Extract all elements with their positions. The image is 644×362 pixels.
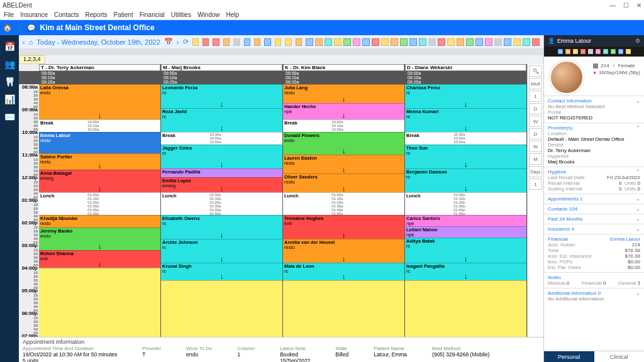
appointment[interactable]: Break10:00a10:10a10:20a (39, 119, 160, 132)
tb-icon[interactable] (532, 38, 540, 46)
appointment[interactable]: Lunch01:00p01:10p01:20p01:30p01:40p01:50… (283, 192, 404, 215)
appointment[interactable]: Meena Kumarirc↓ (405, 108, 526, 132)
tb-icon[interactable] (447, 38, 455, 46)
view-1-button[interactable]: 1 (529, 90, 542, 102)
tb-icon[interactable] (315, 38, 323, 46)
tb-icon[interactable] (523, 38, 530, 46)
provider-header-D[interactable]: D - Diane Wekarski (405, 64, 526, 71)
tb-icon[interactable] (381, 38, 389, 46)
appointment[interactable]: Reza Javidrc↓ (161, 108, 282, 132)
menu-file[interactable]: File (4, 11, 14, 18)
appointment[interactable]: Anna Babagalemerg↓ (39, 170, 160, 192)
chevron-down-icon[interactable]: ⌄ (636, 290, 640, 296)
contact-hdr[interactable]: Contact Information (548, 98, 592, 104)
menu-help[interactable]: Help (226, 11, 240, 18)
chevron-up-icon[interactable]: ⌃ (636, 125, 640, 131)
tb-icon[interactable] (513, 38, 521, 46)
appointment[interactable]: Carlos Santoronpe (405, 215, 526, 226)
view-w-button[interactable]: W (529, 116, 542, 127)
toolbar-icon[interactable] (275, 38, 281, 46)
tb-icon[interactable] (466, 38, 474, 46)
user-icon[interactable]: 👤 (14, 24, 25, 32)
appointment[interactable]: Leonardo Forzarc↓ (161, 84, 282, 108)
provider-header-M[interactable]: M - Marj Brooks (161, 64, 282, 71)
tb-icon[interactable] (494, 38, 502, 46)
addl-lbl[interactable]: Additional Information (548, 290, 596, 296)
tb-icon[interactable] (409, 38, 417, 46)
window-minimize[interactable]: — (609, 2, 616, 9)
calendar-icon[interactable]: 📅 (164, 38, 173, 46)
appointment[interactable]: Break10:00a10:10a10:20a (283, 119, 404, 132)
refresh-icon[interactable]: ⟳ (183, 38, 189, 46)
nav-prev[interactable]: ‹ (23, 38, 25, 46)
appointment[interactable] (161, 280, 282, 337)
rp-icon[interactable] (565, 49, 570, 54)
ins-lbl[interactable]: Insurance (548, 226, 570, 232)
appointment[interactable] (405, 280, 526, 337)
rp-icon[interactable] (596, 49, 601, 54)
rp-icon[interactable] (611, 49, 616, 54)
appointment[interactable]: Oliver Sandersresto↓ (283, 173, 404, 192)
appointment[interactable]: Elizabeth Owensrc↓ (161, 215, 282, 239)
appointment[interactable]: Emilia Lopezemerg↓ (161, 177, 282, 192)
toolbar-icon[interactable] (223, 38, 230, 46)
appointment[interactable]: Lunch01:00p01:10p01:20p01:30p01:40p01:50… (161, 192, 282, 215)
toolbar-icon[interactable] (264, 38, 270, 46)
tb-icon[interactable] (325, 38, 332, 46)
toolbar-icon[interactable] (213, 38, 219, 46)
appointment[interactable]: Lauren Eastonresto↓ (283, 155, 404, 173)
tb-icon[interactable] (419, 38, 426, 46)
nav-chart-icon[interactable]: 🦷 (4, 77, 15, 87)
appointment[interactable]: Donald Flowersendo↓ (283, 132, 404, 155)
tb-icon[interactable] (504, 38, 511, 46)
toolbar-icon[interactable] (254, 38, 260, 46)
search-button[interactable]: 🔍 (529, 65, 542, 77)
rp-icon[interactable] (618, 49, 623, 54)
appointment[interactable]: Maia de Leonrc↓ (283, 263, 404, 280)
view-d2-button[interactable]: D (529, 128, 542, 140)
menu-window[interactable]: Window (197, 11, 220, 18)
appointment[interactable]: Isagani Pangalilarc↓ (405, 263, 526, 280)
menu-reports[interactable]: Reports (86, 11, 108, 18)
chevron-down-icon[interactable]: ⌄ (636, 196, 640, 202)
rp-icon[interactable] (580, 49, 586, 54)
chevron-down-icon[interactable]: ⌄ (636, 206, 640, 212)
tb-icon[interactable] (372, 38, 379, 46)
tb-icon[interactable] (438, 38, 445, 46)
menu-financial[interactable]: Financial (140, 11, 165, 18)
chevron-down-icon[interactable]: ⌄ (636, 98, 640, 104)
nav-home[interactable]: ⌂ (29, 38, 33, 46)
nav-mail-icon[interactable]: ✉️ (4, 112, 15, 122)
appointment[interactable]: Rohini Sharmaextr↓ (39, 250, 160, 268)
toolbar-icon[interactable] (233, 38, 240, 46)
tb-icon[interactable] (391, 38, 398, 46)
tb-icon[interactable] (353, 38, 360, 46)
toolbar-icon[interactable] (192, 38, 199, 46)
fin-lbl[interactable]: Financial (548, 236, 568, 242)
appointment[interactable]: Aditya Batakrc↓ (405, 238, 526, 263)
appointment[interactable]: Lunch01:00p01:10p01:20p01:30p01:40p01:50… (405, 192, 526, 215)
view-m-button[interactable]: M (529, 153, 542, 165)
provider-header-K[interactable]: K - Dr. Kim Black (283, 64, 404, 71)
rp-icon[interactable] (573, 49, 578, 54)
appointment[interactable] (39, 268, 160, 337)
tb-icon[interactable] (362, 38, 370, 46)
menu-insurance[interactable]: Insurance (20, 11, 48, 18)
contacts-lbl[interactable]: Contacts (548, 206, 568, 212)
chevron-up-icon[interactable]: ⌃ (636, 169, 640, 175)
appointment[interactable]: Break10:30a10:40a10:50a (405, 132, 526, 145)
tb-icon[interactable] (334, 38, 341, 46)
menu-patient[interactable]: Patient (114, 11, 133, 18)
appointment[interactable]: Tremaine Hughesextr↓ (283, 215, 404, 239)
tb-icon[interactable] (428, 38, 436, 46)
appointment[interactable]: Fernando Padilla (161, 168, 282, 177)
window-maximize[interactable]: ☐ (623, 2, 629, 9)
appointment[interactable] (283, 280, 404, 337)
tb-icon[interactable] (400, 38, 408, 46)
tb-icon[interactable] (343, 38, 351, 46)
toolbar-icon[interactable] (203, 38, 209, 46)
appointment[interactable]: Theo Sunrc↓ (405, 145, 526, 168)
appointment[interactable]: Lunch01:00p01:10p01:20p01:30p01:40p01:50… (39, 192, 160, 215)
nav-ledger-icon[interactable]: 📊 (4, 94, 15, 104)
hygiene-hdr[interactable]: Hygiene (548, 169, 566, 175)
